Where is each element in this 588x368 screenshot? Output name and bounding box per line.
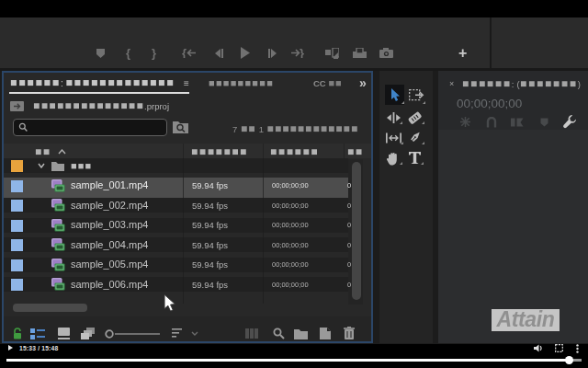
svg-text:}: } <box>300 48 304 58</box>
svg-text:{: { <box>182 48 187 58</box>
